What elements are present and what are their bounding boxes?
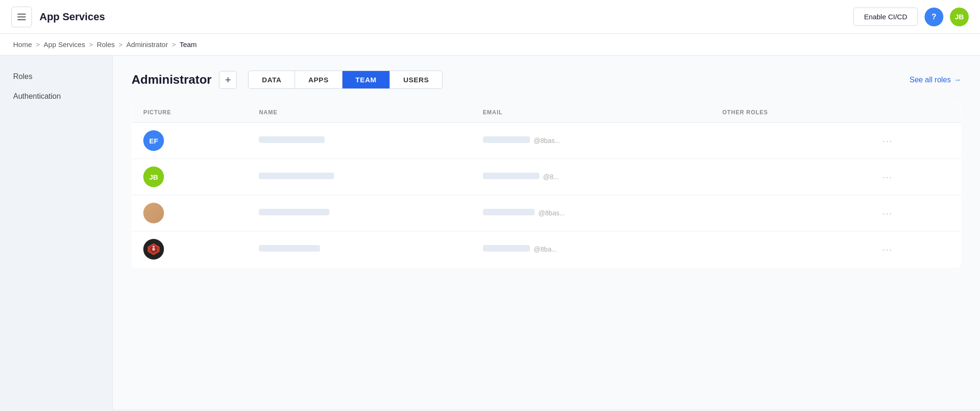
tab-users[interactable]: USERS: [390, 71, 442, 88]
row-more-button-1[interactable]: ···: [879, 134, 897, 148]
cell-name-4: [248, 231, 471, 268]
header: App Services Enable CI/CD ? JB: [0, 0, 980, 34]
row-more-button-2[interactable]: ···: [879, 170, 897, 184]
col-name: NAME: [248, 103, 471, 123]
breadcrumb-sep-4: >: [171, 40, 176, 48]
tab-apps[interactable]: APPS: [295, 71, 342, 88]
breadcrumb: Home > App Services > Roles > Administra…: [0, 34, 980, 55]
email-domain-3: @8bas...: [538, 209, 565, 217]
hamburger-icon: [17, 14, 26, 20]
sidebar-item-roles[interactable]: Roles: [0, 67, 112, 87]
breadcrumb-app-services[interactable]: App Services: [44, 40, 85, 48]
see-all-roles-label: See all roles: [910, 76, 951, 84]
email-blurred-3: [483, 209, 535, 215]
breadcrumb-sep-3: >: [118, 40, 123, 48]
row-more-button-3[interactable]: ···: [879, 206, 897, 221]
sidebar: Roles Authentication: [0, 55, 113, 409]
cell-actions-1: ···: [867, 123, 961, 159]
name-blurred-1: [259, 136, 325, 143]
breadcrumb-roles[interactable]: Roles: [97, 40, 115, 48]
sidebar-item-authentication[interactable]: Authentication: [0, 87, 112, 106]
name-blurred-3: [259, 209, 329, 215]
col-email: EMAIL: [472, 103, 711, 123]
user-avatar[interactable]: JB: [950, 8, 969, 26]
cell-email-3: @8bas...: [472, 195, 711, 231]
row-more-button-4[interactable]: ···: [879, 242, 897, 257]
tabs: DATA APPS TEAM USERS: [248, 71, 443, 89]
email-domain-1: @8bas...: [534, 137, 560, 144]
avatar-img-3: [143, 203, 164, 223]
svg-point-2: [152, 248, 155, 251]
cell-email-4: @8ba...: [472, 231, 711, 268]
add-role-button[interactable]: +: [219, 71, 237, 89]
cell-actions-3: ···: [867, 195, 961, 231]
breadcrumb-administrator[interactable]: Administrator: [126, 40, 168, 48]
tab-team[interactable]: TEAM: [342, 71, 390, 88]
role-header: Administrator + DATA APPS TEAM USERS See…: [132, 71, 961, 89]
breadcrumb-team: Team: [179, 40, 197, 48]
cell-other-roles-4: [711, 231, 867, 268]
email-blurred-1: [483, 136, 530, 143]
avatar-icon-4: [147, 242, 161, 256]
name-blurred-2: [259, 173, 334, 179]
arrow-right-icon: →: [954, 76, 961, 84]
avatar-jb: JB: [143, 166, 164, 187]
table-header-row: PICTURE NAME EMAIL OTHER ROLES: [132, 103, 961, 123]
cell-picture-1: EF: [132, 123, 248, 159]
email-domain-2: @8...: [543, 173, 559, 181]
email-blurred-2: [483, 173, 539, 179]
email-blurred-4: [483, 245, 530, 252]
col-actions: [867, 103, 961, 123]
email-domain-4: @8ba...: [534, 245, 557, 253]
tab-data[interactable]: DATA: [249, 71, 295, 88]
main-layout: Roles Authentication Administrator + DAT…: [0, 55, 980, 409]
table-row: @8bas... ···: [132, 195, 961, 231]
breadcrumb-sep-1: >: [36, 40, 40, 48]
cell-other-roles-1: [711, 123, 867, 159]
cell-other-roles-2: [711, 159, 867, 195]
menu-button[interactable]: [11, 7, 32, 27]
avatar-ef: EF: [143, 130, 164, 151]
app-title: App Services: [39, 11, 846, 23]
main-content: Administrator + DATA APPS TEAM USERS See…: [113, 55, 980, 409]
cell-name-3: [248, 195, 471, 231]
cell-name-1: [248, 123, 471, 159]
col-picture: PICTURE: [132, 103, 248, 123]
cell-picture-4: [132, 231, 248, 268]
table-row: @8ba... ···: [132, 231, 961, 268]
cell-other-roles-3: [711, 195, 867, 231]
team-table: PICTURE NAME EMAIL OTHER ROLES EF: [132, 102, 961, 268]
breadcrumb-home[interactable]: Home: [13, 40, 32, 48]
help-button[interactable]: ?: [925, 8, 943, 26]
cell-actions-4: ···: [867, 231, 961, 268]
cell-name-2: [248, 159, 471, 195]
cell-picture-3: [132, 195, 248, 231]
cell-picture-2: JB: [132, 159, 248, 195]
col-other-roles: OTHER ROLES: [711, 103, 867, 123]
table-row: EF @8bas... ···: [132, 123, 961, 159]
enable-cicd-button[interactable]: Enable CI/CD: [853, 8, 918, 26]
cell-email-2: @8...: [472, 159, 711, 195]
cell-email-1: @8bas...: [472, 123, 711, 159]
avatar-custom-4: [143, 239, 164, 260]
see-all-roles-link[interactable]: See all roles →: [910, 76, 961, 84]
name-blurred-4: [259, 245, 320, 252]
cell-actions-2: ···: [867, 159, 961, 195]
role-title: Administrator: [132, 72, 211, 87]
table-row: JB @8... ···: [132, 159, 961, 195]
header-actions: Enable CI/CD ? JB: [853, 8, 969, 26]
breadcrumb-sep-2: >: [89, 40, 93, 48]
